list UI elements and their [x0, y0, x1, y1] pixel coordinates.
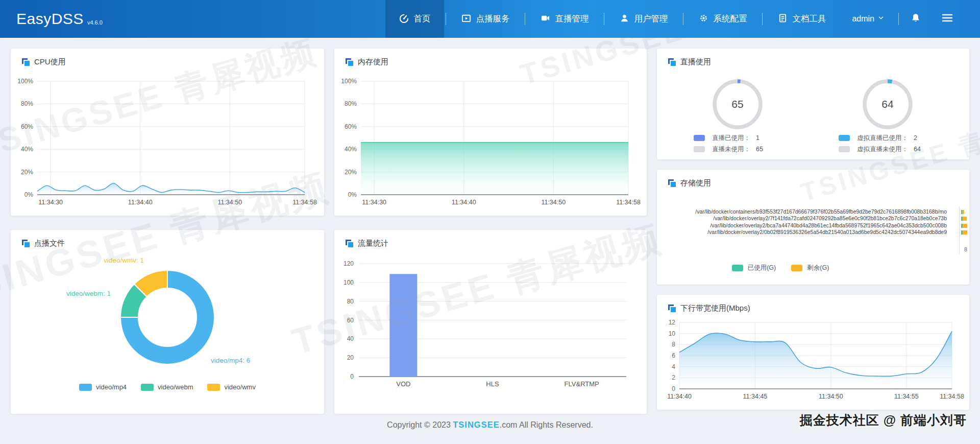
- nav-item-user-management[interactable]: 用户管理: [606, 0, 681, 38]
- live-usage-panel: 直播使用 65 64 直播已使用： 1 直播未使用： 65 虚拟直播已使用： 2…: [657, 49, 969, 159]
- legend-item-used[interactable]: 已使用(G): [732, 264, 776, 272]
- user-name: admin: [852, 14, 874, 24]
- chevron-down-icon: [877, 14, 885, 24]
- svg-text:11:34:40: 11:34:40: [452, 199, 476, 206]
- svg-text:120: 120: [344, 260, 354, 267]
- user-menu[interactable]: admin: [840, 0, 897, 38]
- menu-icon: [941, 13, 953, 25]
- panel-icon: [668, 305, 676, 312]
- panel-icon: [668, 58, 676, 66]
- svg-text:11:34:45: 11:34:45: [743, 393, 768, 400]
- legend-label: 虚拟直播未使用：: [857, 145, 908, 154]
- legend-swatch: [732, 265, 743, 271]
- main-nav: 首页 点播服务 直播管理 用户管理 系统配置 文档工具 admin: [385, 0, 969, 38]
- vod-icon: [461, 13, 471, 25]
- svg-text:10: 10: [669, 330, 676, 337]
- brand-logo-text: TSINGSEE: [453, 420, 499, 429]
- svg-text:60: 60: [347, 317, 354, 324]
- svg-text:2: 2: [672, 374, 675, 381]
- svg-text:11:34:40: 11:34:40: [128, 199, 153, 206]
- svg-text:11:34:50: 11:34:50: [217, 199, 242, 206]
- legend-label: 剩余(G): [807, 264, 829, 272]
- nav-label: 用户管理: [634, 13, 668, 25]
- svg-text:80: 80: [347, 298, 354, 305]
- app-logo: EasyDSS: [16, 10, 84, 28]
- nav-item-system-config[interactable]: 系统配置: [685, 0, 761, 38]
- live-gauge-legend: 直播已使用： 1 直播未使用： 65: [694, 132, 763, 155]
- nav-label: 直播管理: [555, 13, 589, 25]
- legend-value: 64: [914, 146, 921, 153]
- panel-title: 点播文件: [34, 239, 65, 248]
- panel-icon: [22, 240, 30, 247]
- hamburger-menu-button[interactable]: [931, 0, 969, 38]
- nav-item-live-management[interactable]: 直播管理: [527, 0, 602, 38]
- svg-text:video/mp4: 6: video/mp4: 6: [211, 357, 250, 364]
- settings-icon: [699, 13, 708, 25]
- svg-text:40: 40: [347, 335, 354, 342]
- svg-text:FLV&RTMP: FLV&RTMP: [565, 380, 599, 388]
- storage-bar: [961, 210, 964, 214]
- nav-label: 点播服务: [476, 13, 509, 25]
- svg-text:11:34:55: 11:34:55: [894, 393, 919, 400]
- nav-divider: [446, 13, 446, 25]
- storage-bars-chart: /var/lib/docker/containers/b93f553f27d16…: [668, 208, 969, 262]
- panel-icon: [22, 58, 30, 66]
- svg-text:80%: 80%: [345, 100, 357, 107]
- svg-text:11:34:50: 11:34:50: [541, 199, 566, 206]
- virtual-live-used-gauge: 64: [861, 78, 914, 131]
- docs-icon: [778, 13, 788, 25]
- nav-divider: [525, 13, 525, 25]
- storage-legend: 已使用(G) 剩余(G): [657, 264, 937, 272]
- svg-text:80%: 80%: [21, 100, 33, 107]
- svg-text:0%: 0%: [348, 191, 357, 198]
- svg-text:0%: 0%: [24, 191, 34, 198]
- storage-path: /var/lib/docker/containers/b93f553f27d16…: [668, 208, 947, 215]
- legend-value: 65: [756, 146, 763, 153]
- legend-value: 1: [756, 134, 760, 142]
- notifications-button[interactable]: [900, 0, 931, 38]
- panel-title: 下行带宽使用(Mbps): [680, 303, 750, 313]
- svg-text:0: 0: [350, 373, 354, 380]
- nav-label: 首页: [413, 13, 430, 25]
- panel-title: 流量统计: [358, 239, 388, 248]
- live-icon: [541, 13, 550, 25]
- svg-text:20%: 20%: [21, 169, 33, 176]
- nav-item-home[interactable]: 首页: [385, 0, 444, 38]
- svg-text:40%: 40%: [21, 146, 33, 153]
- cpu-usage-panel: CPU使用 0%20%40%60%80%100%11:34:3011:34:40…: [11, 49, 324, 216]
- svg-text:11:34:50: 11:34:50: [819, 393, 843, 400]
- storage-path: /var/lib/docker/overlay2/0b02f8919536326…: [668, 229, 947, 236]
- svg-text:60%: 60%: [345, 123, 357, 130]
- memory-usage-panel: 内存使用 0%20%40%60%80%100%11:34:3011:34:401…: [334, 49, 647, 216]
- nav-item-doc-tools[interactable]: 文档工具: [764, 0, 840, 38]
- svg-text:HLS: HLS: [486, 380, 499, 388]
- nav-item-vod-service[interactable]: 点播服务: [448, 0, 523, 38]
- svg-text:20%: 20%: [345, 169, 357, 176]
- storage-bar: [961, 224, 967, 228]
- svg-text:video/wmv: 1: video/wmv: 1: [104, 256, 144, 264]
- storage-usage-panel: 存储使用 /var/lib/docker/containers/b93f553f…: [657, 170, 969, 285]
- storage-path: /var/lib/docker/overlay2/7f141fda72cafd0…: [668, 215, 947, 222]
- nav-divider: [762, 13, 763, 25]
- legend-item-free[interactable]: 剩余(G): [791, 264, 829, 272]
- svg-text:100%: 100%: [341, 78, 357, 85]
- nav-divider: [604, 13, 604, 25]
- virtual-live-gauge-legend: 虚拟直播已使用： 2 虚拟直播未使用： 64: [839, 132, 921, 155]
- panel-icon: [668, 179, 676, 187]
- svg-text:11:34:58: 11:34:58: [940, 393, 964, 400]
- storage-bar: [961, 230, 967, 235]
- legend-label: 直播未使用：: [712, 145, 750, 154]
- legend-swatch: [839, 146, 850, 152]
- panel-title: 直播使用: [680, 57, 711, 67]
- nav-divider: [898, 13, 899, 25]
- legend-label: 已使用(G): [748, 264, 776, 272]
- vod-files-donut-chart: video/mp4: 6video/webm: 1video/wmv: 1: [11, 230, 324, 414]
- storage-bar: [961, 217, 967, 221]
- app-version: v4.6.0: [87, 19, 103, 26]
- nav-label: 系统配置: [713, 13, 747, 25]
- svg-text:40%: 40%: [345, 146, 357, 153]
- top-navbar: EasyDSS v4.6.0 首页 点播服务 直播管理 用户管理 系统配置: [0, 0, 980, 38]
- svg-text:4: 4: [672, 363, 675, 370]
- nav-label: 文档工具: [792, 13, 826, 25]
- svg-text:11:34:30: 11:34:30: [38, 199, 63, 206]
